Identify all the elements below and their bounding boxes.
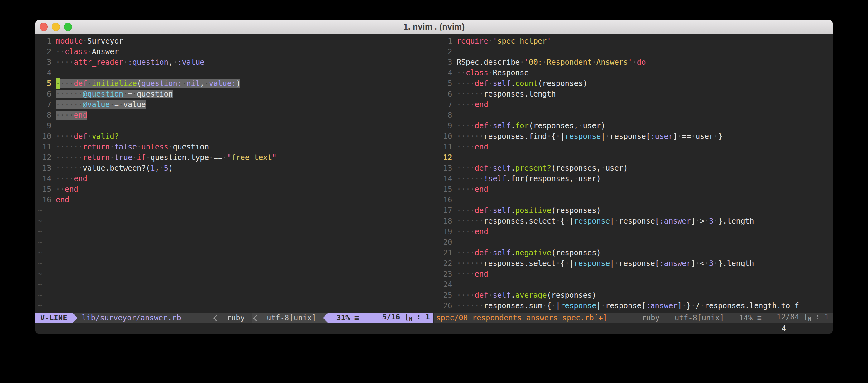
token: · xyxy=(713,259,718,268)
token: nil xyxy=(186,79,200,88)
token: ] xyxy=(678,302,682,310)
code-line: 23····end xyxy=(439,269,833,279)
close-icon[interactable] xyxy=(40,23,48,31)
token: ······ xyxy=(457,174,484,183)
empty-line-tilde: ~ xyxy=(38,206,42,215)
token: 00: xyxy=(529,58,542,67)
token: free_text xyxy=(231,153,272,162)
line-number: 12 xyxy=(38,152,51,163)
token: def xyxy=(74,79,87,88)
token: end xyxy=(74,111,87,119)
zoom-icon[interactable] xyxy=(64,23,72,31)
line-number: 5 xyxy=(439,78,452,89)
token: ···· xyxy=(457,185,475,194)
token: self xyxy=(493,121,511,130)
code-line: ~ xyxy=(38,290,436,301)
editor-splits: 1module·Surveyor2··class·Answer3····attr… xyxy=(35,34,833,313)
token: do xyxy=(637,58,646,67)
token: RSpec.describe xyxy=(457,58,520,67)
line-number: 4 xyxy=(439,68,452,78)
cursor-position: 5/16 ⌊N : 1 xyxy=(382,312,430,324)
token: self xyxy=(493,248,511,257)
token: · xyxy=(137,143,141,151)
token: { xyxy=(560,259,565,268)
token: · xyxy=(691,132,695,141)
token: | xyxy=(569,259,574,268)
token: ······ xyxy=(457,259,484,268)
visual-selection: ······@question·=·question xyxy=(56,90,173,98)
token: response[ xyxy=(610,132,650,141)
token: end xyxy=(65,185,78,194)
token: · xyxy=(565,217,569,225)
code-line: 15··end xyxy=(38,184,436,195)
editor-pane-spec-rb[interactable]: 1require·'spec_helper'23RSpec.describe·'… xyxy=(436,34,833,313)
code-line: ~ xyxy=(38,301,436,311)
token: | xyxy=(601,132,605,141)
code-line: 5····def·self.count(responses) xyxy=(439,78,833,89)
token: · xyxy=(695,259,700,268)
line-number: 8 xyxy=(38,110,51,120)
token: end xyxy=(74,174,87,183)
code-line: 1module·Surveyor xyxy=(38,36,436,46)
code-line: 8····end xyxy=(38,110,436,120)
token: · xyxy=(488,69,493,77)
code-line: ~ xyxy=(38,237,436,248)
token: . xyxy=(511,121,515,130)
token: end xyxy=(475,143,488,151)
token: user) xyxy=(578,174,601,183)
titlebar[interactable]: 1. nvim . (nvim) xyxy=(35,20,833,34)
token: def xyxy=(475,121,488,130)
token: response[ xyxy=(606,302,646,310)
visual-selection: ······@value·=·value xyxy=(56,100,146,109)
token: 3 xyxy=(709,217,713,225)
cursor: · xyxy=(56,78,60,89)
token: response xyxy=(574,259,610,268)
token: < xyxy=(700,259,704,268)
line-number: 7 xyxy=(38,99,51,110)
token: | xyxy=(569,217,574,225)
token: · xyxy=(205,79,209,88)
token: " xyxy=(272,153,276,162)
code-line: ~ xyxy=(38,279,436,290)
token: count xyxy=(516,79,538,88)
token: 3 xyxy=(709,259,713,268)
line-number: 10 xyxy=(439,131,452,142)
token: return xyxy=(83,143,110,151)
code-line: 12 xyxy=(439,152,833,163)
minimize-icon[interactable] xyxy=(52,23,60,31)
token: · xyxy=(556,259,560,268)
token: ' xyxy=(524,58,529,67)
filetype-label: ruby xyxy=(220,313,252,323)
token: · xyxy=(578,121,583,130)
lines-icon: ≡ xyxy=(354,314,359,322)
token: (responses) xyxy=(551,248,601,257)
code-line: 6······responses.length xyxy=(439,89,833,99)
visual-selection: ···def·initialize(question:·nil,·value:) xyxy=(60,79,240,88)
line-number: 16 xyxy=(38,195,51,205)
editor-pane-answer-rb[interactable]: 1module·Surveyor2··class·Answer3····attr… xyxy=(35,34,436,313)
code-line: 17····def·self.positive(responses) xyxy=(439,205,833,216)
token: ······ xyxy=(56,90,83,98)
token: · xyxy=(542,58,547,67)
token: positive xyxy=(516,206,552,215)
token: :user xyxy=(650,132,673,141)
token: · xyxy=(87,79,92,88)
token: · xyxy=(159,164,164,173)
token: ······ xyxy=(457,90,484,98)
token: if xyxy=(137,153,146,162)
token: · xyxy=(488,291,493,300)
command-line[interactable]: 4 xyxy=(35,323,833,334)
line-number: 14 xyxy=(439,173,452,184)
token: ···· xyxy=(457,121,475,130)
line-number: 15 xyxy=(439,184,452,195)
token: :value xyxy=(177,58,205,67)
token: spec_helper xyxy=(497,37,547,45)
token: , xyxy=(168,58,173,67)
token: def xyxy=(74,132,87,141)
token: · xyxy=(209,153,213,162)
token: return xyxy=(83,153,110,162)
line-number: 12 xyxy=(439,152,452,163)
token: }.length xyxy=(718,259,754,268)
token: ·· xyxy=(56,47,65,56)
token: | xyxy=(556,302,560,310)
